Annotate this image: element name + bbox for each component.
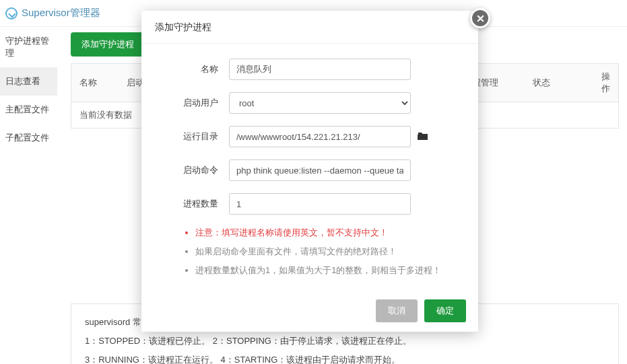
modal-notes: 注意：填写进程名称请使用英文，暂不支持中文！ 如果启动命令里面有文件，请填写文件… — [162, 227, 458, 277]
close-icon — [476, 14, 485, 23]
folder-browse-icon[interactable] — [418, 131, 428, 143]
note-warning: 注意：填写进程名称请使用英文，暂不支持中文！ — [195, 227, 458, 239]
note-item: 进程数量默认值为1，如果值为大于1的整数，则相当于多进程！ — [195, 264, 458, 277]
label-count: 进程数量 — [162, 198, 229, 210]
modal-header: 添加守护进程 — [141, 11, 478, 44]
note-item: 如果启动命令里面有文件，请填写文件的绝对路径！ — [195, 246, 458, 258]
folder-icon — [418, 131, 428, 141]
modal-footer: 取消 确定 — [141, 291, 478, 332]
modal-close-button[interactable] — [470, 8, 490, 28]
label-cmd: 启动命令 — [162, 164, 229, 176]
name-input[interactable] — [229, 59, 411, 80]
label-dir: 运行目录 — [162, 131, 229, 143]
count-input[interactable] — [229, 193, 411, 215]
dir-input[interactable] — [229, 126, 411, 147]
label-user: 启动用户 — [162, 97, 229, 109]
user-select[interactable]: root — [229, 92, 411, 114]
modal-body: 名称 启动用户 root 运行目录 启动命令 进程数量 注意：填写进程名称请使用… — [141, 44, 478, 291]
add-process-modal: 添加守护进程 名称 启动用户 root 运行目录 启动命令 进程数量 — [141, 11, 478, 332]
label-name: 名称 — [162, 63, 229, 75]
cmd-input[interactable] — [229, 159, 411, 181]
cancel-button[interactable]: 取消 — [376, 299, 418, 322]
modal-title: 添加守护进程 — [155, 22, 211, 32]
confirm-button[interactable]: 确定 — [424, 299, 466, 322]
